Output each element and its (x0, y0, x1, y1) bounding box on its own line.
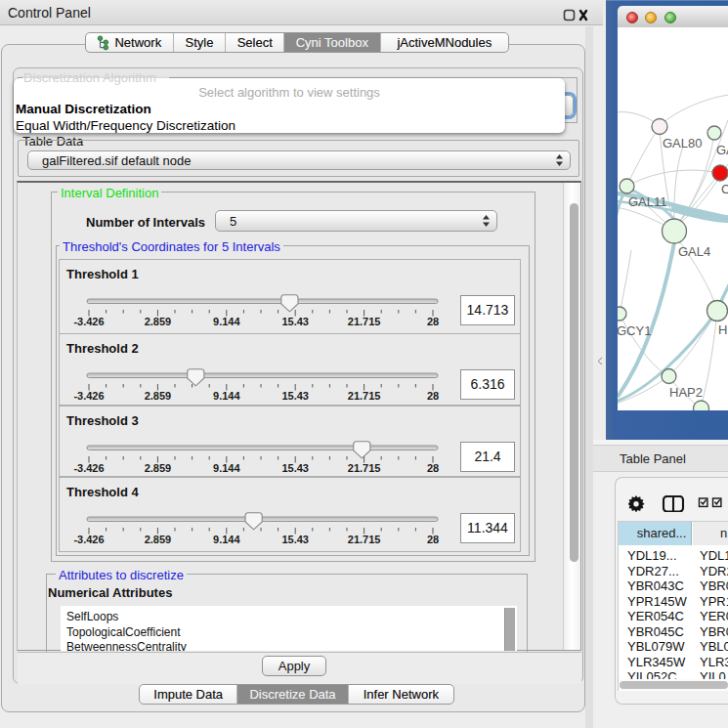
svg-text:H: H (718, 322, 727, 337)
svg-text:GAL4: GAL4 (678, 244, 710, 259)
svg-text:HAP2: HAP2 (669, 385, 703, 400)
svg-text:GCY1: GCY1 (618, 323, 651, 338)
svg-text:GAL80: GAL80 (663, 136, 702, 150)
svg-text:C: C (721, 182, 728, 196)
svg-text:GAL11: GAL11 (628, 194, 667, 209)
svg-text:GA: GA (716, 143, 728, 157)
